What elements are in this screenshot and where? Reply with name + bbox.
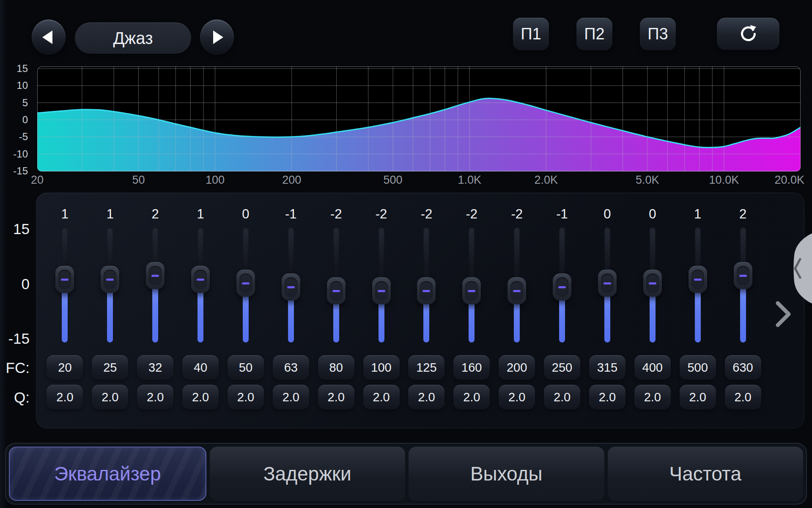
tab-equalizer[interactable]: Эквалайзер [9, 447, 206, 501]
scale-min-label: -15 [0, 330, 30, 347]
band-column-5: 0502.0 [223, 193, 269, 428]
band-column-14: 04002.0 [630, 193, 675, 428]
band-q-value[interactable]: 2.0 [273, 385, 309, 409]
preset-name[interactable]: Джаз [75, 22, 191, 54]
preset-next-button[interactable] [200, 19, 234, 55]
freq-tick-label: 500 [384, 174, 403, 187]
band-fc-value[interactable]: 630 [725, 355, 761, 380]
band-slider-knob[interactable] [236, 270, 255, 297]
freq-tick-label: 10.0K [709, 174, 739, 187]
band-slider-knob[interactable] [598, 270, 617, 297]
band-gain-label: 1 [675, 207, 720, 222]
band-fc-value[interactable]: 32 [137, 355, 173, 380]
band-slider-knob[interactable] [689, 266, 707, 293]
band-column-13: 03152.0 [585, 193, 630, 428]
chevron-right-icon [778, 303, 789, 325]
band-gain-label: 1 [42, 207, 88, 222]
band-gain-label: 0 [223, 207, 269, 222]
band-fc-value[interactable]: 20 [47, 355, 83, 380]
band-fc-value[interactable]: 250 [544, 355, 580, 380]
band-slider-knob[interactable] [508, 277, 526, 304]
band-slider-knob[interactable] [191, 266, 210, 293]
band-slider-knob[interactable] [282, 273, 300, 301]
equalizer-screen: Джаз П1П2П3 151050-5-10-15 2050100200500… [0, 0, 812, 508]
band-q-value[interactable]: 2.0 [589, 385, 625, 409]
band-column-10: -21602.0 [449, 193, 494, 428]
band-gain-label: 0 [630, 207, 675, 222]
freq-tick-label: 50 [132, 174, 145, 187]
band-gain-label: -1 [540, 207, 585, 222]
band-q-value[interactable]: 2.0 [182, 385, 219, 409]
db-tick-label: -15 [0, 165, 28, 177]
band-fc-value[interactable]: 80 [318, 355, 354, 380]
band-fc-value[interactable]: 200 [499, 355, 535, 380]
knob-dash-icon [61, 279, 69, 281]
band-fc-value[interactable]: 125 [408, 355, 444, 380]
knob-dash-icon [378, 290, 385, 292]
band-fc-value[interactable]: 400 [634, 355, 671, 380]
expand-chevron-button[interactable] [775, 301, 793, 328]
side-panel-handle[interactable] [786, 232, 812, 305]
band-q-value[interactable]: 2.0 [47, 385, 83, 409]
band-slider-knob[interactable] [734, 262, 752, 289]
preset-name-label: Джаз [113, 29, 153, 48]
band-q-value[interactable]: 2.0 [634, 385, 671, 409]
band-q-value[interactable]: 2.0 [363, 385, 400, 409]
band-q-value[interactable]: 2.0 [92, 385, 128, 409]
tab-delays[interactable]: Задержки [210, 447, 406, 501]
band-slider-knob[interactable] [417, 277, 436, 304]
band-slider-knob[interactable] [146, 262, 165, 289]
band-q-value[interactable]: 2.0 [137, 385, 173, 409]
band-fc-value[interactable]: 40 [182, 355, 219, 380]
tab-outputs[interactable]: Выходы [409, 447, 604, 501]
band-fc-value[interactable]: 500 [680, 355, 716, 380]
band-q-value[interactable]: 2.0 [228, 385, 264, 409]
preset-slot-button-1[interactable]: П1 [513, 18, 549, 50]
band-slider-knob[interactable] [643, 270, 662, 297]
band-q-value[interactable]: 2.0 [544, 385, 580, 409]
band-q-value[interactable]: 2.0 [453, 385, 490, 409]
band-fc-value[interactable]: 25 [92, 355, 128, 380]
band-fc-value[interactable]: 315 [589, 355, 625, 380]
preset-slot-button-3[interactable]: П3 [640, 18, 676, 50]
band-fc-value[interactable]: 63 [273, 355, 309, 380]
band-column-16: 26302.0 [720, 193, 765, 428]
band-column-15: 15002.0 [675, 193, 720, 428]
band-q-value[interactable]: 2.0 [408, 385, 444, 409]
band-fc-value[interactable]: 100 [363, 355, 400, 380]
freq-tick-label: 2.0K [535, 174, 558, 187]
band-slider-knob[interactable] [55, 266, 74, 293]
band-q-value[interactable]: 2.0 [725, 385, 761, 409]
knob-dash-icon [242, 282, 250, 284]
scale-max-label: 15 [0, 221, 30, 237]
band-slider-knob[interactable] [101, 266, 119, 293]
preset-slot-button-2[interactable]: П2 [576, 18, 612, 50]
band-q-value[interactable]: 2.0 [499, 385, 535, 409]
band-fc-value[interactable]: 50 [228, 355, 264, 380]
band-slider-knob[interactable] [553, 273, 571, 301]
band-gain-label: 1 [178, 207, 223, 222]
band-fc-value[interactable]: 160 [453, 355, 490, 380]
band-column-11: -22002.0 [494, 193, 540, 428]
band-slider-knob[interactable] [372, 277, 391, 304]
band-column-2: 1252.0 [88, 193, 133, 428]
knob-dash-icon [151, 275, 159, 277]
band-q-value[interactable]: 2.0 [680, 385, 716, 409]
knob-dash-icon [422, 290, 430, 292]
band-gain-label: 1 [88, 207, 133, 222]
band-slider-knob[interactable] [327, 277, 346, 304]
reset-button[interactable] [717, 18, 779, 50]
knob-dash-icon [513, 290, 521, 292]
preset-prev-button[interactable] [32, 19, 66, 55]
band-q-value[interactable]: 2.0 [318, 385, 354, 409]
band-gain-label: -2 [404, 207, 449, 222]
fc-row-label: FC: [0, 359, 30, 376]
band-slider-knob[interactable] [462, 277, 481, 304]
preset-slot-buttons: П1П2П3 [513, 18, 676, 50]
db-tick-label: -10 [0, 148, 28, 160]
knob-dash-icon [649, 282, 656, 284]
db-tick-label: 5 [0, 97, 28, 109]
tab-frequency[interactable]: Частота [608, 447, 804, 501]
freq-tick-label: 1.0K [458, 174, 481, 187]
knob-dash-icon [468, 290, 475, 292]
